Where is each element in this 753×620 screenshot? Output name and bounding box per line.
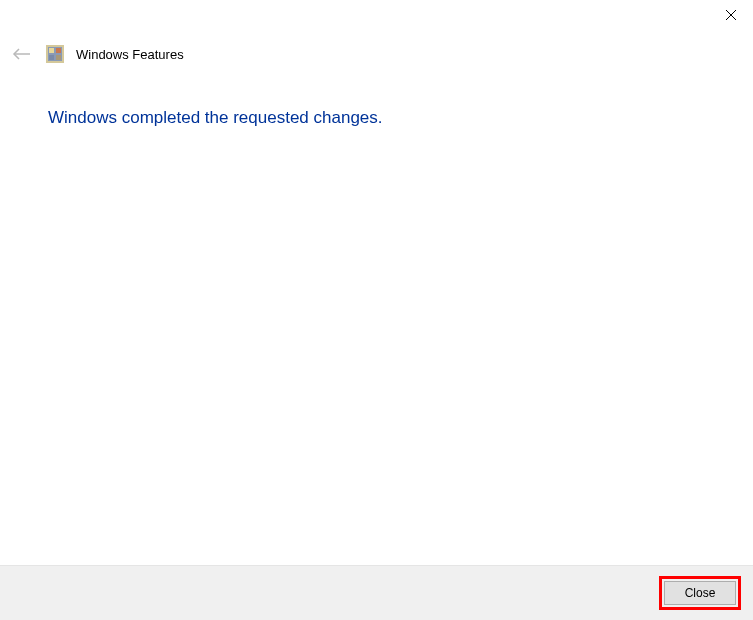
svg-rect-8: [56, 55, 61, 60]
svg-rect-6: [56, 48, 61, 53]
back-button: [10, 42, 34, 66]
svg-rect-7: [49, 55, 54, 60]
windows-features-icon: [46, 45, 64, 63]
status-message: Windows completed the requested changes.: [48, 108, 383, 128]
titlebar: [708, 0, 753, 30]
close-icon: [725, 9, 737, 21]
dialog-footer: Close: [0, 565, 753, 620]
close-button-highlight: Close: [659, 576, 741, 610]
page-title: Windows Features: [76, 47, 184, 62]
wizard-header: Windows Features: [10, 42, 184, 66]
back-arrow-icon: [12, 47, 32, 61]
close-button[interactable]: Close: [664, 581, 736, 605]
window-close-button[interactable]: [708, 0, 753, 30]
svg-rect-5: [49, 48, 54, 53]
